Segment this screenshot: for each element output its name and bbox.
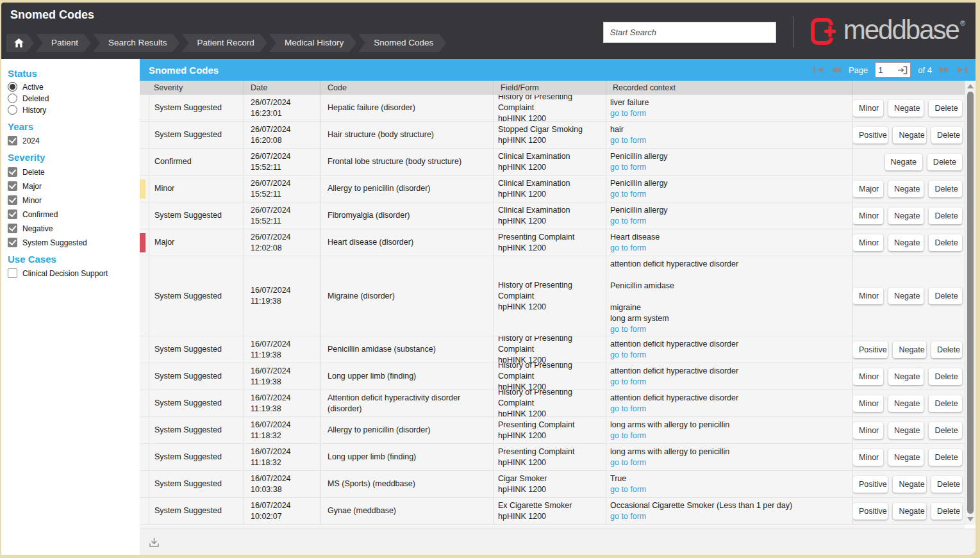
field-form-cell: Presenting ComplainthpHINK 1200	[494, 417, 606, 443]
negate-button[interactable]: Negate	[888, 368, 924, 385]
delete-button[interactable]: Delete	[929, 208, 962, 224]
positive-button[interactable]: Positive	[853, 476, 888, 493]
negate-button[interactable]: Negate	[888, 181, 924, 197]
radio-deleted[interactable]	[8, 94, 17, 103]
minor-button[interactable]: Minor	[853, 422, 883, 439]
filter-item-deleted[interactable]: Deleted	[8, 94, 140, 103]
filter-item-delete[interactable]: Delete	[8, 167, 140, 177]
filter-item-confirmed[interactable]: Confirmed	[8, 209, 140, 219]
negate-button[interactable]: Negate	[888, 100, 924, 117]
page-number-input[interactable]: 1	[875, 62, 911, 78]
last-page-button[interactable]	[957, 66, 968, 74]
delete-button[interactable]: Delete	[931, 341, 962, 358]
download-button[interactable]	[146, 534, 162, 550]
form-name: hpHINK 1200	[498, 243, 603, 254]
delete-button[interactable]: Delete	[931, 127, 962, 144]
filter-item-history[interactable]: History	[8, 105, 140, 115]
negate-button[interactable]: Negate	[888, 208, 924, 224]
negate-button[interactable]: Negate	[888, 288, 924, 304]
filter-item-system-suggested[interactable]: System Suggested	[8, 238, 140, 247]
negate-button[interactable]: Negate	[893, 341, 926, 358]
delete-button[interactable]: Delete	[929, 234, 962, 251]
go-to-form-link[interactable]: go to form	[610, 324, 850, 335]
negate-button[interactable]: Negate	[885, 154, 922, 170]
delete-button[interactable]: Delete	[929, 449, 962, 466]
minor-button[interactable]: Minor	[853, 208, 883, 224]
filter-item-negative[interactable]: Negative	[8, 224, 140, 233]
go-to-page-icon[interactable]	[898, 66, 908, 74]
breadcrumb-item-medical-history[interactable]: Medical History	[269, 34, 356, 52]
delete-button[interactable]: Delete	[931, 476, 962, 493]
go-to-form-link[interactable]: go to form	[610, 189, 850, 200]
go-to-form-link[interactable]: go to form	[610, 377, 850, 388]
negate-button[interactable]: Negate	[888, 422, 924, 439]
first-page-button[interactable]	[813, 66, 824, 74]
table-row: System Suggested26/07/2024 16:20:08Hair …	[140, 122, 965, 149]
scroll-up-icon[interactable]	[967, 84, 974, 88]
negate-button[interactable]: Negate	[888, 395, 924, 412]
minor-button[interactable]: Minor	[853, 100, 883, 117]
go-to-form-link[interactable]: go to form	[610, 484, 850, 495]
go-to-form-link[interactable]: go to form	[610, 162, 850, 173]
filter-item-clinical-decision-support[interactable]: Clinical Decision Support	[8, 268, 140, 278]
negate-button[interactable]: Negate	[893, 127, 926, 144]
go-to-form-link[interactable]: go to form	[610, 243, 850, 254]
delete-button[interactable]: Delete	[929, 422, 962, 439]
positive-button[interactable]: Positive	[853, 127, 888, 144]
minor-button[interactable]: Minor	[853, 368, 883, 385]
negate-button[interactable]: Negate	[888, 234, 924, 251]
checkbox-negative[interactable]	[8, 224, 17, 233]
checkbox-system-suggested[interactable]	[8, 238, 17, 247]
scrollbar-thumb[interactable]	[967, 92, 974, 514]
major-button[interactable]: Major	[853, 181, 883, 197]
previous-page-button[interactable]	[831, 66, 842, 74]
filter-item-active[interactable]: Active	[8, 82, 140, 92]
go-to-form-link[interactable]: go to form	[610, 135, 850, 146]
negate-button[interactable]: Negate	[888, 449, 924, 466]
checkbox-minor[interactable]	[8, 195, 17, 205]
go-to-form-link[interactable]: go to form	[610, 431, 850, 441]
filter-item-minor[interactable]: Minor	[8, 195, 140, 205]
go-to-form-link[interactable]: go to form	[610, 216, 850, 227]
checkbox-clinical-decision-support[interactable]	[8, 268, 17, 278]
go-to-form-link[interactable]: go to form	[610, 457, 850, 468]
checkbox-major[interactable]	[8, 181, 17, 191]
breadcrumb-item-patient[interactable]: Patient	[36, 34, 91, 52]
delete-button[interactable]: Delete	[929, 288, 962, 304]
positive-button[interactable]: Positive	[853, 503, 888, 520]
delete-button[interactable]: Delete	[929, 100, 962, 117]
minor-button[interactable]: Minor	[853, 395, 883, 412]
negate-button[interactable]: Negate	[893, 503, 926, 520]
delete-button[interactable]: Delete	[929, 181, 962, 197]
context-line	[610, 270, 850, 281]
checkbox-confirmed[interactable]	[8, 209, 17, 219]
breadcrumb-item-snomed-codes[interactable]: Snomed Codes	[358, 34, 446, 52]
filter-item-major[interactable]: Major	[8, 181, 140, 191]
scroll-down-icon[interactable]	[967, 517, 974, 521]
go-to-form-link[interactable]: go to form	[610, 511, 850, 522]
go-to-form-link[interactable]: go to form	[610, 108, 850, 119]
radio-history[interactable]	[8, 105, 17, 115]
breadcrumb-item-search-results[interactable]: Search Results	[93, 34, 180, 52]
search-input[interactable]	[603, 22, 776, 43]
filter-item-2024[interactable]: 2024	[8, 136, 140, 145]
go-to-form-link[interactable]: go to form	[610, 350, 850, 361]
checkbox-2024[interactable]	[8, 136, 17, 145]
breadcrumb-item-patient-record[interactable]: Patient Record	[182, 34, 267, 52]
minor-button[interactable]: Minor	[853, 449, 883, 466]
negate-button[interactable]: Negate	[893, 476, 926, 493]
minor-button[interactable]: Minor	[853, 234, 883, 251]
field-form-cell: Ex Cigarette SmokerhpHINK 1200	[494, 498, 606, 524]
delete-button[interactable]: Delete	[927, 154, 962, 170]
delete-button[interactable]: Delete	[929, 395, 962, 412]
go-to-form-link[interactable]: go to form	[610, 404, 850, 414]
minor-button[interactable]: Minor	[853, 288, 883, 304]
checkbox-delete[interactable]	[8, 167, 17, 177]
form-name: hpHINK 1200	[498, 355, 603, 363]
positive-button[interactable]: Positive	[853, 341, 888, 358]
home-button[interactable]	[6, 34, 34, 52]
delete-button[interactable]: Delete	[931, 503, 962, 520]
next-page-button[interactable]	[939, 66, 950, 74]
delete-button[interactable]: Delete	[929, 368, 962, 385]
radio-active[interactable]	[8, 82, 17, 92]
